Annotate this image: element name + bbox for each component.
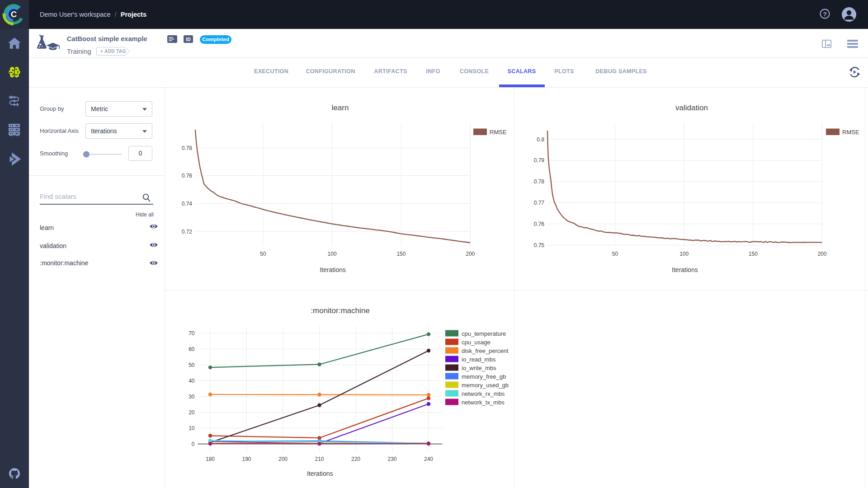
svg-text:0: 0 bbox=[192, 441, 195, 447]
svg-text:10: 10 bbox=[189, 425, 195, 432]
svg-text:230: 230 bbox=[387, 456, 396, 462]
svg-text:100: 100 bbox=[328, 251, 337, 257]
svg-text:50: 50 bbox=[612, 251, 618, 257]
svg-text:io_read_mbs: io_read_mbs bbox=[462, 356, 496, 363]
svg-text:200: 200 bbox=[278, 456, 288, 462]
svg-text:0.75: 0.75 bbox=[534, 242, 545, 249]
svg-text:150: 150 bbox=[396, 251, 406, 257]
svg-text:memory_used_gb: memory_used_gb bbox=[462, 382, 509, 389]
svg-text:200: 200 bbox=[817, 251, 826, 257]
svg-text:60: 60 bbox=[189, 346, 195, 352]
svg-text:50: 50 bbox=[260, 251, 266, 257]
svg-text:network_tx_mbs: network_tx_mbs bbox=[462, 399, 505, 406]
svg-text:Iterations: Iterations bbox=[307, 470, 333, 477]
svg-text:190: 190 bbox=[242, 456, 251, 462]
svg-text:disk_free_percent: disk_free_percent bbox=[462, 347, 509, 354]
svg-text:100: 100 bbox=[679, 251, 689, 257]
svg-text:180: 180 bbox=[206, 456, 215, 462]
svg-text:Iterations: Iterations bbox=[320, 266, 346, 273]
svg-text:ID: ID bbox=[186, 37, 191, 42]
svg-text:220: 220 bbox=[351, 456, 360, 462]
svg-text:150: 150 bbox=[749, 251, 758, 257]
svg-text:0.79: 0.79 bbox=[534, 157, 545, 164]
svg-text:+ ADD TAG: + ADD TAG bbox=[100, 49, 126, 54]
svg-text:C: C bbox=[11, 9, 17, 19]
svg-text:50: 50 bbox=[189, 362, 195, 368]
svg-text:RMSE: RMSE bbox=[842, 129, 859, 136]
svg-text:0.76: 0.76 bbox=[182, 173, 193, 179]
svg-text:0.78: 0.78 bbox=[534, 178, 545, 185]
svg-text:210: 210 bbox=[315, 456, 324, 462]
svg-text:cpu_usage: cpu_usage bbox=[462, 339, 491, 346]
svg-text:240: 240 bbox=[424, 456, 433, 462]
svg-text:30: 30 bbox=[189, 394, 195, 400]
svg-text:70: 70 bbox=[189, 330, 195, 337]
svg-text:?: ? bbox=[823, 11, 826, 18]
svg-text:network_rx_mbs: network_rx_mbs bbox=[462, 390, 505, 397]
svg-text:validation: validation bbox=[675, 103, 708, 112]
svg-text:0.8: 0.8 bbox=[537, 136, 544, 143]
svg-text:cpu_temperature: cpu_temperature bbox=[462, 330, 506, 337]
svg-text:0.74: 0.74 bbox=[182, 201, 193, 207]
svg-text:20: 20 bbox=[189, 409, 195, 416]
svg-text:RMSE: RMSE bbox=[490, 129, 507, 136]
svg-text:memory_free_gb: memory_free_gb bbox=[462, 373, 506, 380]
svg-text::monitor:machine: :monitor:machine bbox=[311, 306, 369, 315]
svg-text:Iterations: Iterations bbox=[672, 266, 698, 273]
svg-text:0.76: 0.76 bbox=[534, 221, 545, 227]
svg-text:0.78: 0.78 bbox=[182, 145, 193, 151]
svg-text:40: 40 bbox=[189, 378, 195, 384]
svg-text:io_write_mbs: io_write_mbs bbox=[462, 365, 496, 371]
svg-text:learn: learn bbox=[332, 103, 349, 112]
svg-text:0.72: 0.72 bbox=[182, 229, 193, 235]
svg-text:200: 200 bbox=[466, 251, 475, 257]
svg-text:0.77: 0.77 bbox=[534, 200, 545, 206]
